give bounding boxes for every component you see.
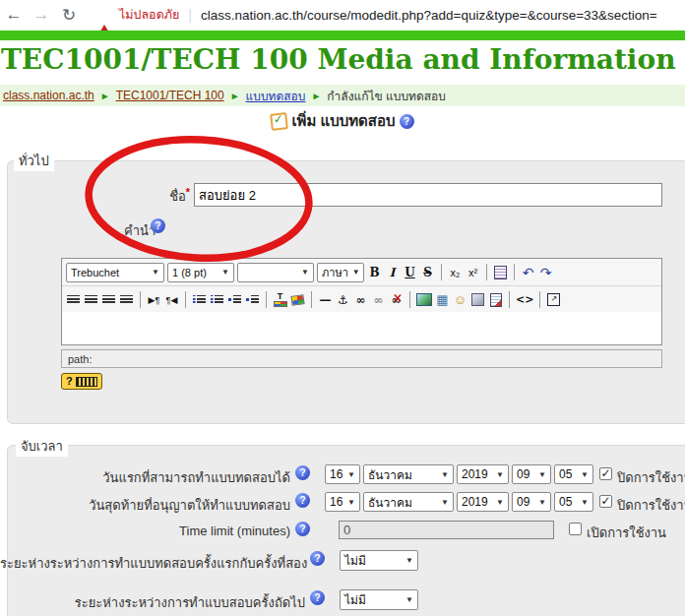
not-secure-label[interactable]: ไม่ปลอดภัย xyxy=(119,5,179,25)
back-icon[interactable]: ← xyxy=(0,5,28,25)
highlight-color-button[interactable] xyxy=(290,290,305,310)
undo-button[interactable]: ↶ xyxy=(521,263,535,282)
editor-toolbar-row2: ▶¶ ¶◀ T — ⚓ ∞ ∞ ×∞ ▦ ☺ <> ↗ xyxy=(62,285,661,313)
open-year-select[interactable]: 2019▼ xyxy=(457,464,509,484)
quiz-close-label: วันสุดท้ายที่อนุญาตให้ทำแบบทดสอบ xyxy=(0,495,290,516)
indent-button[interactable] xyxy=(245,290,260,310)
browser-toolbar: ← → ↻ ! ไม่ปลอดภัย | class.nation.ac.th/… xyxy=(0,0,685,30)
open-hour-select[interactable]: 09▼ xyxy=(512,464,551,484)
bold-button[interactable]: B xyxy=(367,263,382,282)
align-center-button[interactable] xyxy=(84,290,98,310)
chevron-down-icon: ▼ xyxy=(496,498,504,507)
redo-button[interactable]: ↷ xyxy=(538,263,553,282)
time-limit-input[interactable] xyxy=(339,521,554,539)
delay1-help-icon[interactable]: ? xyxy=(310,551,325,566)
breadcrumb-quizzes-link[interactable]: แบบทดสอบ xyxy=(246,87,306,105)
address-bar[interactable]: class.nation.ac.th/course/modedit.php?ad… xyxy=(201,8,685,23)
chevron-down-icon: ▼ xyxy=(405,595,413,604)
time-limit-enable-checkbox[interactable] xyxy=(569,523,582,535)
smiley-button[interactable]: ☺ xyxy=(453,290,467,310)
keyboard-icon xyxy=(76,377,97,387)
text-color-button[interactable]: T xyxy=(273,290,287,310)
time-limit-help-icon[interactable]: ? xyxy=(295,522,310,536)
course-title: TEC1001/TECH 100 Media and Information T… xyxy=(1,43,685,76)
breadcrumb-site-link[interactable]: class.nation.ac.th xyxy=(3,89,94,102)
close-day-select[interactable]: 16▼ xyxy=(325,492,360,512)
horizontal-rule-button[interactable]: — xyxy=(318,290,333,310)
italic-button[interactable]: I xyxy=(385,263,400,282)
intro-textarea[interactable] xyxy=(61,312,662,345)
strikethrough-button[interactable]: S xyxy=(420,263,435,282)
quiz-name-input[interactable] xyxy=(194,183,662,207)
close-month-select[interactable]: ธันวาคม▼ xyxy=(363,492,454,512)
insert-table-button[interactable]: ▦ xyxy=(435,290,450,310)
quiz-open-help-icon[interactable]: ? xyxy=(295,465,310,480)
open-day-select[interactable]: 16▼ xyxy=(325,464,360,484)
intro-help-icon[interactable]: ? xyxy=(151,218,165,233)
editor-toolbar: Trebuchet▼ 1 (8 pt)▼ ▼ ภาษา▼ B I U S x₂ … xyxy=(61,258,662,314)
toolbar-separator xyxy=(539,291,540,308)
forward-icon[interactable]: → xyxy=(28,5,55,25)
delay1-select[interactable]: ไม่มี▼ xyxy=(340,550,418,571)
timing-legend: จับเวลา xyxy=(16,436,68,457)
open-disable-label: ปิดการใช้งาน xyxy=(617,467,685,488)
direction-rtl-button[interactable]: ¶◀ xyxy=(164,290,179,310)
font-select[interactable]: Trebuchet▼ xyxy=(66,263,164,282)
chevron-down-icon: ▼ xyxy=(352,268,360,277)
close-disable-label: ปิดการใช้งาน xyxy=(617,495,685,516)
fullscreen-editor-button[interactable]: ↗ xyxy=(546,290,561,310)
red-x-icon: × xyxy=(393,291,403,305)
close-year-select[interactable]: 2019▼ xyxy=(457,492,509,512)
not-secure-icon[interactable]: ! xyxy=(96,8,112,22)
anchor-button[interactable]: ⚓ xyxy=(336,290,350,310)
chevron-down-icon: ▼ xyxy=(152,268,159,277)
chevron-down-icon: ▼ xyxy=(347,498,355,507)
align-justify-button[interactable] xyxy=(119,290,134,310)
toolbar-separator xyxy=(509,291,510,308)
theme-green-bar xyxy=(0,31,685,40)
language-select[interactable]: ภาษา▼ xyxy=(317,263,364,282)
open-minute-select[interactable]: 05▼ xyxy=(554,464,593,484)
chevron-down-icon: ▼ xyxy=(221,268,229,277)
quiz-open-label: วันแรกที่สามารถทำแบบทดสอบได้ xyxy=(0,467,290,488)
prevent-autolink-button[interactable]: ×∞ xyxy=(389,290,404,310)
align-left-button[interactable] xyxy=(66,290,81,310)
open-disable-checkbox[interactable]: ✓ xyxy=(599,467,612,480)
close-minute-select[interactable]: 05▼ xyxy=(554,492,593,512)
editor-toolbar-row1: Trebuchet▼ 1 (8 pt)▼ ▼ ภาษา▼ B I U S x₂ … xyxy=(62,259,661,285)
align-right-button[interactable] xyxy=(101,290,116,310)
outdent-button[interactable] xyxy=(227,290,242,310)
superscript-button[interactable]: x² xyxy=(466,263,480,282)
toolbar-separator xyxy=(185,291,186,308)
keyboard-help-button[interactable]: ? xyxy=(61,373,102,390)
clean-word-icon[interactable] xyxy=(493,263,508,282)
close-disable-checkbox[interactable]: ✓ xyxy=(599,495,612,508)
toolbar-separator xyxy=(409,291,410,308)
open-month-select[interactable]: ธันวาคม▼ xyxy=(363,464,454,484)
reload-icon[interactable]: ↻ xyxy=(55,5,83,26)
page-title: เพิ่ม แบบทดสอบ ? xyxy=(0,109,685,133)
close-hour-select[interactable]: 09▼ xyxy=(512,492,551,512)
unordered-list-button[interactable] xyxy=(210,290,224,310)
style-select[interactable]: ▼ xyxy=(237,263,314,282)
page-title-text: เพิ่ม แบบทดสอบ xyxy=(291,109,395,133)
quiz-close-help-icon[interactable]: ? xyxy=(295,493,310,508)
subscript-button[interactable]: x₂ xyxy=(448,263,463,282)
insert-link-button[interactable]: ∞ xyxy=(353,290,368,310)
unlink-button[interactable]: ∞ xyxy=(371,290,386,310)
ordered-list-button[interactable] xyxy=(192,290,207,310)
paste-doc-button[interactable] xyxy=(488,290,503,310)
insert-image-button[interactable] xyxy=(416,290,432,310)
html-source-button[interactable]: <> xyxy=(516,290,533,310)
time-limit-enable-label: เปิดการใช้งาน xyxy=(587,523,666,543)
underline-button[interactable]: U xyxy=(403,263,417,282)
direction-ltr-button[interactable]: ▶¶ xyxy=(147,290,161,310)
delay2-help-icon[interactable]: ? xyxy=(310,590,325,605)
chevron-down-icon: ▼ xyxy=(405,556,413,565)
help-icon[interactable]: ? xyxy=(400,114,414,129)
insert-media-button[interactable] xyxy=(470,290,485,310)
delay2-select[interactable]: ไม่มี▼ xyxy=(340,589,418,610)
breadcrumb-course-link[interactable]: TEC1001/TECH 100 xyxy=(116,89,224,102)
delay1-label: ระยะห่างระหว่างการทำแบบทดสอบครั้งแรกกับค… xyxy=(0,553,305,574)
fontsize-select[interactable]: 1 (8 pt)▼ xyxy=(167,263,234,282)
